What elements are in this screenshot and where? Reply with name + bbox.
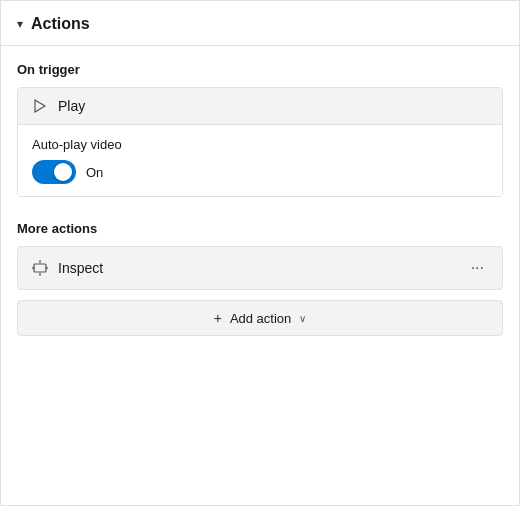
svg-rect-1 <box>34 264 46 272</box>
on-trigger-section: On trigger Play Auto-play video <box>1 46 519 205</box>
play-card: Play Auto-play video On <box>17 87 503 197</box>
autoplay-toggle[interactable] <box>32 160 76 184</box>
panel-title: Actions <box>31 15 90 33</box>
svg-marker-0 <box>35 100 45 112</box>
play-icon <box>32 98 48 114</box>
inspect-label: Inspect <box>58 260 103 276</box>
toggle-row: On <box>32 160 488 184</box>
autoplay-title: Auto-play video <box>32 137 488 152</box>
plus-icon: + <box>214 310 222 326</box>
more-actions-section: More actions Inspect ··· <box>1 205 519 344</box>
panel-header[interactable]: ▾ Actions <box>1 1 519 46</box>
chevron-down-icon: ▾ <box>17 17 23 31</box>
inspect-icon <box>32 260 48 276</box>
on-trigger-label: On trigger <box>17 62 503 77</box>
add-action-button[interactable]: + Add action ∨ <box>17 300 503 336</box>
toggle-state-label: On <box>86 165 103 180</box>
more-actions-label: More actions <box>17 221 503 236</box>
autoplay-row: Auto-play video On <box>18 125 502 196</box>
toggle-thumb <box>54 163 72 181</box>
play-label: Play <box>58 98 85 114</box>
add-action-chevron-icon: ∨ <box>299 313 306 324</box>
add-action-label: Add action <box>230 311 291 326</box>
more-menu-icon[interactable]: ··· <box>467 257 488 279</box>
actions-panel: ▾ Actions On trigger Play Auto-play vide… <box>0 0 520 506</box>
inspect-left: Inspect <box>32 260 103 276</box>
inspect-row[interactable]: Inspect ··· <box>17 246 503 290</box>
play-row[interactable]: Play <box>18 88 502 125</box>
